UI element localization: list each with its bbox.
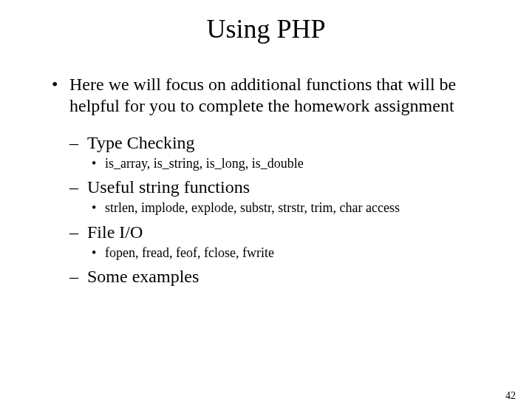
bullet-label: Useful string functions	[87, 177, 250, 197]
bullet-label: File I/O	[87, 222, 143, 242]
bullet-string-functions-detail: strlen, implode, explode, substr, strstr…	[92, 200, 495, 216]
bullet-examples: Some examples	[69, 265, 495, 287]
slide-content: Here we will focus on additional functio…	[52, 74, 495, 287]
bullet-type-checking-detail: is_array, is_string, is_long, is_double	[92, 155, 495, 172]
bullet-file-io-detail: fopen, fread, feof, fclose, fwrite	[92, 245, 495, 262]
bullet-string-functions: Useful string functions	[69, 176, 495, 198]
bullet-label: Type Checking	[87, 133, 195, 152]
bullet-label: Some examples	[87, 267, 199, 286]
page-number: 42	[505, 390, 516, 399]
slide-title: Using PHP	[0, 13, 532, 44]
slide: Using PHP Here we will focus on addition…	[0, 13, 532, 399]
bullet-file-io: File I/O	[69, 221, 495, 243]
bullet-main: Here we will focus on additional functio…	[52, 74, 495, 117]
bullet-type-checking: Type Checking	[69, 132, 495, 154]
